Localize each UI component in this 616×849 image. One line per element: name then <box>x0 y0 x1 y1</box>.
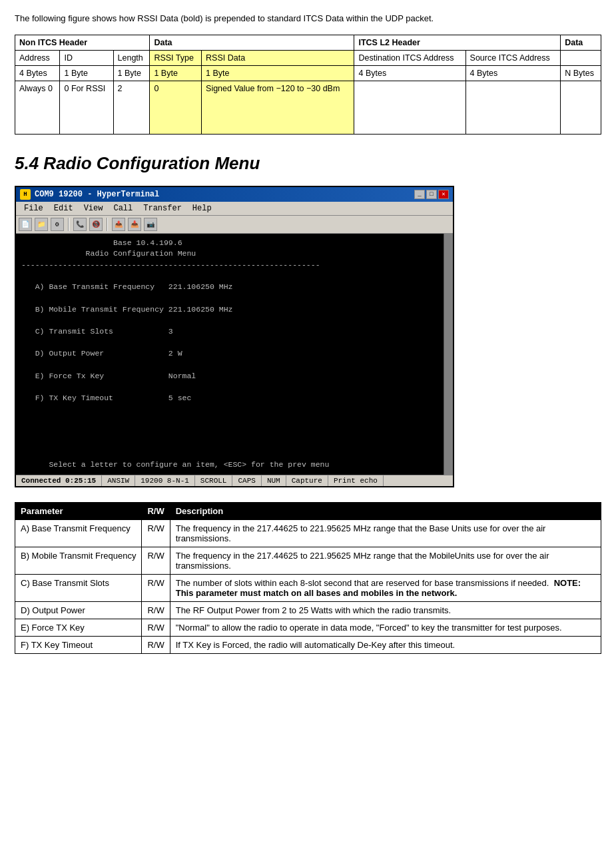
status-scroll: SCROLL <box>195 475 233 486</box>
menu-transfer[interactable]: Transfer <box>138 203 187 214</box>
val-4bytes: 4 Bytes <box>15 65 60 81</box>
col-length: Length <box>113 50 150 65</box>
rw-header: R/W <box>142 502 170 519</box>
menu-file[interactable]: File <box>19 203 49 214</box>
status-num: NUM <box>262 475 286 486</box>
hyperterminal-window: H COM9 19200 - HyperTerminal _ □ ✕ File … <box>15 186 454 487</box>
param-f-rw: R/W <box>142 636 170 653</box>
menu-help[interactable]: Help <box>187 203 217 214</box>
param-row-d: D) Output Power R/W The RF Output Power … <box>15 601 601 619</box>
param-c-rw: R/W <box>142 574 170 601</box>
param-row-f: F) TX Key Timeout R/W If TX Key is Force… <box>15 636 601 653</box>
col-dest-itcs: Destination ITCS Address <box>354 50 465 65</box>
col-address: Address <box>15 50 60 65</box>
close-button[interactable]: ✕ <box>438 190 449 199</box>
menubar: File Edit View Call Transfer Help <box>16 202 453 216</box>
col-data-body <box>561 50 601 65</box>
col-rssi-type: RSSI Type <box>150 50 202 65</box>
section-heading: 5.4 Radio Configuration Menu <box>15 153 601 174</box>
terminal-content: Base 10.4.199.6 Radio Configuration Menu… <box>16 234 453 475</box>
param-row-c: C) Base Transmit Slots R/W The number of… <box>15 574 601 601</box>
val-1byte-type: 1 Byte <box>150 65 202 81</box>
toolbar-connect[interactable]: 📞 <box>73 218 87 231</box>
status-baudrate: 19200 8-N-1 <box>135 475 195 486</box>
param-f-name: F) TX Key Timeout <box>15 636 142 653</box>
param-d-name: D) Output Power <box>15 601 142 619</box>
val-1byte-len: 1 Byte <box>113 65 150 81</box>
statusbar: Connected 0:25:15 ANSIW 19200 8-N-1 SCRO… <box>16 475 453 486</box>
param-c-desc: The number of slots within each 8-slot s… <box>170 574 601 601</box>
status-ansiw: ANSIW <box>102 475 135 486</box>
param-a-rw: R/W <box>142 519 170 547</box>
col-rssi-data: RSSI Data <box>202 50 354 65</box>
val-1byte-id: 1 Byte <box>60 65 113 81</box>
scrollbar[interactable] <box>444 234 453 475</box>
val-1byte-data: 1 Byte <box>202 65 354 81</box>
val-4bytes-src: 4 Bytes <box>465 65 561 81</box>
maximize-button[interactable]: □ <box>426 190 437 199</box>
status-capture: Capture <box>286 475 328 486</box>
status-connected: Connected 0:25:15 <box>16 475 102 486</box>
val-empty2 <box>465 81 561 134</box>
param-f-desc: If TX Key is Forced, the radio will auto… <box>170 636 601 653</box>
toolbar-props[interactable]: ⚙ <box>51 218 64 231</box>
val-always0: Always 0 <box>15 81 60 134</box>
val-signed: Signed Value from −120 to −30 dBm <box>202 81 354 134</box>
status-printecho: Print echo <box>328 475 384 486</box>
param-e-rw: R/W <box>142 619 170 636</box>
param-a-desc: The frequency in the 217.44625 to 221.95… <box>170 519 601 547</box>
app-icon: H <box>20 189 31 200</box>
param-a-name: A) Base Transmit Frequency <box>15 519 142 547</box>
val-4bytes-dest: 4 Bytes <box>354 65 465 81</box>
param-e-desc: "Normal" to allow the radio to operate i… <box>170 619 601 636</box>
toolbar-sep1 <box>68 218 69 231</box>
toolbar: 📄 📁 ⚙ 📞 📵 📤 📥 📷 <box>16 216 453 234</box>
desc-header: Description <box>170 502 601 519</box>
menu-view[interactable]: View <box>79 203 109 214</box>
itcs-l2-header: ITCS L2 Header <box>354 35 561 50</box>
param-e-name: E) Force TX Key <box>15 619 142 636</box>
val-nbytes: N Bytes <box>561 65 601 81</box>
toolbar-send[interactable]: 📤 <box>112 218 125 231</box>
toolbar-receive[interactable]: 📥 <box>128 218 141 231</box>
toolbar-open[interactable]: 📁 <box>35 218 48 231</box>
param-b-name: B) Mobile Transmit Frequency <box>15 547 142 574</box>
terminal-text: Base 10.4.199.6 Radio Configuration Menu… <box>21 238 448 471</box>
data-header2: Data <box>561 35 601 50</box>
toolbar-sep2 <box>107 218 108 231</box>
titlebar: H COM9 19200 - HyperTerminal _ □ ✕ <box>16 187 453 202</box>
param-b-desc: The frequency in the 217.44625 to 221.95… <box>170 547 601 574</box>
rssi-table: Non ITCS Header Data ITCS L2 Header Data… <box>15 35 601 135</box>
menu-call[interactable]: Call <box>108 203 138 214</box>
param-row-e: E) Force TX Key R/W "Normal" to allow th… <box>15 619 601 636</box>
toolbar-new[interactable]: 📄 <box>19 218 32 231</box>
non-itcs-header: Non ITCS Header <box>15 35 150 50</box>
param-c-name: C) Base Transmit Slots <box>15 574 142 601</box>
menu-edit[interactable]: Edit <box>49 203 79 214</box>
toolbar-disconnect[interactable]: 📵 <box>89 218 103 231</box>
val-empty1 <box>354 81 465 134</box>
param-b-rw: R/W <box>142 547 170 574</box>
val-0forrssi: 0 For RSSI <box>60 81 113 134</box>
status-caps: CAPS <box>232 475 261 486</box>
window-title: COM9 19200 - HyperTerminal <box>35 190 159 199</box>
param-row-b: B) Mobile Transmit Frequency R/W The fre… <box>15 547 601 574</box>
val-0: 0 <box>150 81 202 134</box>
param-row-a: A) Base Transmit Frequency R/W The frequ… <box>15 519 601 547</box>
param-d-rw: R/W <box>142 601 170 619</box>
minimize-button[interactable]: _ <box>414 190 425 199</box>
param-d-desc: The RF Output Power from 2 to 25 Watts w… <box>170 601 601 619</box>
data-header: Data <box>150 35 354 50</box>
col-id: ID <box>60 50 113 65</box>
parameter-table: Parameter R/W Description A) Base Transm… <box>15 502 601 654</box>
param-header: Parameter <box>15 502 142 519</box>
toolbar-capture[interactable]: 📷 <box>144 218 157 231</box>
intro-paragraph: The following figure shows how RSSI Data… <box>15 12 601 25</box>
val-empty3 <box>561 81 601 134</box>
col-src-itcs: Source ITCS Address <box>465 50 561 65</box>
val-2: 2 <box>113 81 150 134</box>
